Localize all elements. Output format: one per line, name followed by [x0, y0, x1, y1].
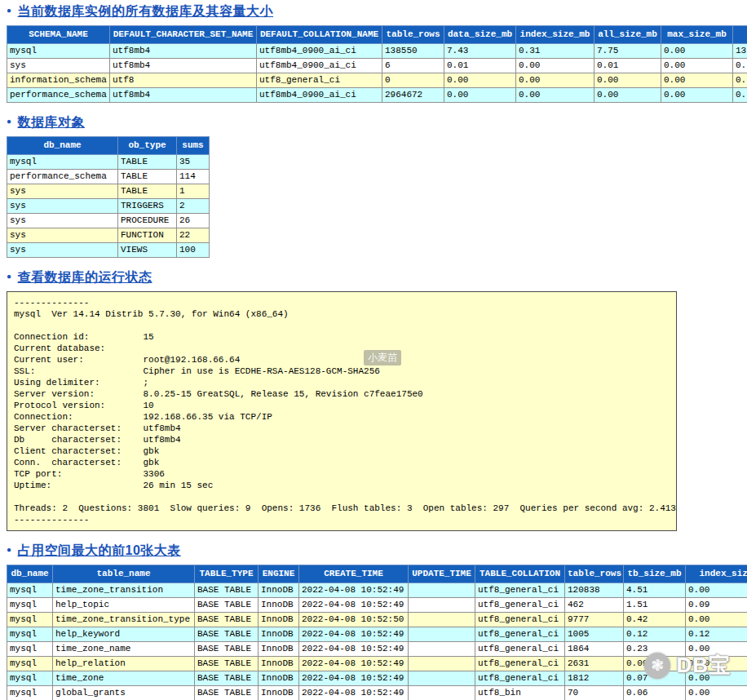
table-cell [409, 671, 475, 686]
table-cell: 7.75 [595, 44, 661, 59]
table-cell: help_relation [53, 657, 195, 671]
top-tables-head: db_nametable_nameTABLE_TYPEENGINECREATE_… [7, 565, 747, 583]
objects-table-head: db_nameob_typesums [7, 137, 210, 155]
table-row: sysVIEWS100 [7, 243, 210, 258]
section-title-status: ●查看数据库的运行状态 [7, 269, 747, 286]
table-cell: 0 [382, 73, 444, 88]
mysql-status-output: -------------- mysql Ver 14.14 Distrib 5… [7, 291, 677, 531]
top-tables-viewport: db_nametable_nameTABLE_TYPEENGINECREATE_… [7, 565, 747, 700]
table-cell: utf8_general_ci [475, 671, 565, 686]
table-cell: 4.51 [624, 583, 686, 598]
table-cell: BASE TABLE [195, 627, 259, 642]
section-title-text: 当前数据库实例的所有数据库及其容量大小 [18, 4, 274, 18]
table-row: mysqlglobal_grantsBASE TABLEInnoDB2022-0… [7, 686, 747, 700]
table-cell: 1864 [565, 642, 624, 657]
table-cell: 2022-04-08 10:52:49 [299, 657, 409, 671]
table-cell [409, 627, 475, 642]
table-cell: BASE TABLE [195, 657, 259, 671]
table-cell: mysql [7, 598, 53, 613]
column-header: DEFAULT_CHARACTER_SET_NAME [110, 26, 257, 44]
table-cell: utf8mb4_0900_ai_ci [257, 88, 382, 103]
column-header: table_rows [565, 565, 624, 583]
objects-table-header-row: db_nameob_typesums [7, 137, 210, 155]
table-cell: 0.12 [686, 627, 747, 642]
column-header: DEFAULT_COLLATION_NAME [257, 26, 382, 44]
table-cell: VIEWS [118, 243, 177, 258]
table-cell: 0.12 [624, 627, 686, 642]
table-row: sysutf8mb4utf8mb4_0900_ai_ci60.010.000.0… [7, 59, 747, 73]
schema-table-body: mysqlutf8mb4utf8mb4_0900_ai_ci1385507.43… [7, 44, 747, 103]
table-cell: 2022-04-08 10:52:49 [299, 642, 409, 657]
column-header: data_size_mb [444, 26, 516, 44]
table-cell: 120838 [565, 583, 624, 598]
table-cell: utf8mb4 [110, 88, 257, 103]
table-row: performance_schemautf8mb4utf8mb4_0900_ai… [7, 88, 747, 103]
column-header: sums [177, 137, 210, 155]
column-header: TABLE_TYPE [195, 565, 259, 583]
table-cell [409, 583, 475, 598]
table-cell: mysql [7, 155, 118, 170]
schema-table-viewport: SCHEMA_NAMEDEFAULT_CHARACTER_SET_NAMEDEF… [7, 25, 747, 103]
table-cell: utf8_general_ci [475, 583, 565, 598]
table-cell: 0. [733, 73, 747, 88]
bullet-icon: ● [7, 272, 12, 281]
table-cell: 1812 [565, 671, 624, 686]
table-row: mysqltime_zone_transition_typeBASE TABLE… [7, 613, 747, 627]
table-cell: 0.00 [595, 73, 661, 88]
column-header: TABLE_COLLATION [475, 565, 565, 583]
column-header: db_name [7, 137, 118, 155]
table-cell: mysql [7, 686, 53, 700]
table-cell: 2022-04-08 10:52:49 [299, 627, 409, 642]
section-title-objects: ●数据库对象 [7, 114, 747, 131]
top-tables-header-row: db_nametable_nameTABLE_TYPEENGINECREATE_… [7, 565, 747, 583]
table-cell: TABLE [118, 184, 177, 199]
table-cell: BASE TABLE [195, 642, 259, 657]
table-cell [409, 686, 475, 700]
table-cell: mysql [7, 583, 53, 598]
database-objects-table: db_nameob_typesums mysqlTABLE35performan… [7, 136, 210, 258]
table-row: mysqlhelp_topicBASE TABLEInnoDB2022-04-0… [7, 598, 747, 613]
column-header: ob_type [118, 137, 177, 155]
column-header: max_size_mb [661, 26, 733, 44]
table-cell: 0.00 [686, 642, 747, 657]
table-cell: 0.00 [686, 657, 747, 671]
table-cell: 0.01 [444, 59, 516, 73]
table-cell: 1.51 [624, 598, 686, 613]
table-row: mysqlTABLE35 [7, 155, 210, 170]
table-cell: 0. [733, 88, 747, 103]
column-header: CREATE_TIME [299, 565, 409, 583]
table-cell: 0.01 [595, 59, 661, 73]
table-cell: InnoDB [259, 671, 299, 686]
table-cell: utf8_bin [475, 686, 565, 700]
table-cell: performance_schema [7, 170, 118, 184]
status-output-container: -------------- mysql Ver 14.14 Distrib 5… [7, 291, 677, 531]
table-cell: global_grants [53, 686, 195, 700]
table-cell: utf8mb4 [110, 59, 257, 73]
table-cell: TABLE [118, 155, 177, 170]
table-cell: 0.00 [661, 88, 733, 103]
table-cell: 0.09 [686, 598, 747, 613]
table-cell: mysql [7, 642, 53, 657]
table-cell: utf8_general_ci [475, 627, 565, 642]
table-cell: 70 [565, 686, 624, 700]
table-cell: information_schema [7, 73, 110, 88]
table-cell: time_zone [53, 671, 195, 686]
table-cell: FUNCTION [118, 228, 177, 243]
table-cell: 0.00 [444, 88, 516, 103]
table-cell: 9777 [565, 613, 624, 627]
table-cell: InnoDB [259, 657, 299, 671]
report-page: ●当前数据库实例的所有数据库及其容量大小 SCHEMA_NAMEDEFAULT_… [0, 0, 747, 700]
table-cell: utf8_general_ci [475, 642, 565, 657]
table-cell: 0.00 [661, 44, 733, 59]
objects-table-viewport: db_nameob_typesums mysqlTABLE35performan… [7, 136, 747, 258]
table-cell: 2964672 [382, 88, 444, 103]
table-cell: time_zone_transition_type [53, 613, 195, 627]
table-cell: 462 [565, 598, 624, 613]
table-row: mysqlutf8mb4utf8mb4_0900_ai_ci1385507.43… [7, 44, 747, 59]
table-cell: 0.07 [624, 671, 686, 686]
table-cell: 0.00 [686, 686, 747, 700]
column-header: SCHEMA_NAME [7, 26, 110, 44]
table-row: sysTRIGGERS2 [7, 199, 210, 214]
bullet-icon: ● [7, 6, 12, 15]
table-cell: mysql [7, 613, 53, 627]
